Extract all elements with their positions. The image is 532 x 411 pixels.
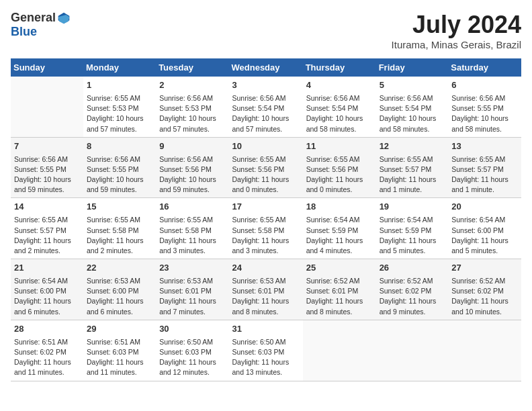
page-header: General Blue July 2024 Iturama, Minas Ge… <box>11 11 521 50</box>
day-info: Sunrise: 6:55 AMSunset: 5:56 PMDaylight:… <box>306 154 373 195</box>
calendar-cell: 23Sunrise: 6:53 AMSunset: 6:01 PMDayligh… <box>156 259 228 320</box>
header-day-friday: Friday <box>376 58 449 77</box>
day-number: 29 <box>87 323 152 336</box>
calendar-cell: 8Sunrise: 6:56 AMSunset: 5:55 PMDaylight… <box>83 137 156 198</box>
calendar-cell: 7Sunrise: 6:56 AMSunset: 5:55 PMDaylight… <box>11 137 83 198</box>
day-number: 6 <box>451 79 518 92</box>
day-number: 4 <box>306 79 373 92</box>
day-info: Sunrise: 6:51 AMSunset: 6:02 PMDaylight:… <box>14 337 80 378</box>
calendar-cell: 4Sunrise: 6:56 AMSunset: 5:54 PMDaylight… <box>303 77 376 137</box>
header-day-wednesday: Wednesday <box>229 58 303 77</box>
day-info: Sunrise: 6:54 AMSunset: 6:00 PMDaylight:… <box>451 215 518 256</box>
day-number: 8 <box>87 140 152 153</box>
header-day-sunday: Sunday <box>11 58 83 77</box>
day-number: 17 <box>232 201 300 214</box>
day-info: Sunrise: 6:52 AMSunset: 6:01 PMDaylight:… <box>306 276 373 317</box>
month-title: July 2024 <box>392 11 521 39</box>
day-number: 1 <box>87 79 152 92</box>
day-info: Sunrise: 6:55 AMSunset: 5:57 PMDaylight:… <box>14 215 80 256</box>
calendar-cell: 5Sunrise: 6:56 AMSunset: 5:54 PMDaylight… <box>376 77 449 137</box>
day-number: 11 <box>306 140 373 153</box>
calendar-cell: 26Sunrise: 6:52 AMSunset: 6:02 PMDayligh… <box>376 259 449 320</box>
day-number: 30 <box>159 323 225 336</box>
calendar-cell: 1Sunrise: 6:55 AMSunset: 5:53 PMDaylight… <box>83 77 156 137</box>
day-info: Sunrise: 6:54 AMSunset: 6:00 PMDaylight:… <box>14 276 80 317</box>
header-day-saturday: Saturday <box>448 58 521 77</box>
day-info: Sunrise: 6:56 AMSunset: 5:54 PMDaylight:… <box>232 93 300 134</box>
day-number: 25 <box>306 262 373 275</box>
calendar-cell: 11Sunrise: 6:55 AMSunset: 5:56 PMDayligh… <box>303 137 376 198</box>
location-subtitle: Iturama, Minas Gerais, Brazil <box>392 39 521 50</box>
day-number: 31 <box>232 323 300 336</box>
calendar-cell: 29Sunrise: 6:51 AMSunset: 6:03 PMDayligh… <box>83 320 156 381</box>
day-number: 2 <box>159 79 225 92</box>
calendar-cell <box>376 320 449 381</box>
logo-blue-text: Blue <box>11 25 37 38</box>
day-info: Sunrise: 6:54 AMSunset: 5:59 PMDaylight:… <box>380 215 445 256</box>
title-block: July 2024 Iturama, Minas Gerais, Brazil <box>392 11 521 50</box>
day-number: 23 <box>159 262 225 275</box>
calendar-cell: 22Sunrise: 6:53 AMSunset: 6:00 PMDayligh… <box>83 259 156 320</box>
day-info: Sunrise: 6:53 AMSunset: 6:01 PMDaylight:… <box>232 276 300 317</box>
header-day-thursday: Thursday <box>303 58 376 77</box>
day-info: Sunrise: 6:53 AMSunset: 6:01 PMDaylight:… <box>159 276 225 317</box>
day-number: 26 <box>380 262 445 275</box>
day-info: Sunrise: 6:56 AMSunset: 5:55 PMDaylight:… <box>87 154 152 195</box>
day-info: Sunrise: 6:56 AMSunset: 5:56 PMDaylight:… <box>159 154 225 195</box>
day-number: 16 <box>159 201 225 214</box>
day-number: 27 <box>451 262 518 275</box>
day-info: Sunrise: 6:54 AMSunset: 5:59 PMDaylight:… <box>306 215 373 256</box>
day-info: Sunrise: 6:52 AMSunset: 6:02 PMDaylight:… <box>380 276 445 317</box>
day-info: Sunrise: 6:55 AMSunset: 5:56 PMDaylight:… <box>232 154 300 195</box>
day-number: 14 <box>14 201 80 214</box>
header-day-monday: Monday <box>83 58 156 77</box>
day-info: Sunrise: 6:53 AMSunset: 6:00 PMDaylight:… <box>87 276 152 317</box>
calendar-cell: 16Sunrise: 6:55 AMSunset: 5:58 PMDayligh… <box>156 198 228 259</box>
week-row-5: 28Sunrise: 6:51 AMSunset: 6:02 PMDayligh… <box>11 320 521 381</box>
calendar-cell: 3Sunrise: 6:56 AMSunset: 5:54 PMDaylight… <box>229 77 303 137</box>
week-row-3: 14Sunrise: 6:55 AMSunset: 5:57 PMDayligh… <box>11 198 521 259</box>
header-day-tuesday: Tuesday <box>156 58 228 77</box>
week-row-2: 7Sunrise: 6:56 AMSunset: 5:55 PMDaylight… <box>11 137 521 198</box>
day-number: 28 <box>14 323 80 336</box>
day-number: 7 <box>14 140 80 153</box>
calendar-cell: 28Sunrise: 6:51 AMSunset: 6:02 PMDayligh… <box>11 320 83 381</box>
calendar-cell: 13Sunrise: 6:55 AMSunset: 5:57 PMDayligh… <box>448 137 521 198</box>
calendar-cell: 19Sunrise: 6:54 AMSunset: 5:59 PMDayligh… <box>376 198 449 259</box>
calendar-cell: 17Sunrise: 6:55 AMSunset: 5:58 PMDayligh… <box>229 198 303 259</box>
day-info: Sunrise: 6:56 AMSunset: 5:55 PMDaylight:… <box>451 93 518 134</box>
day-info: Sunrise: 6:50 AMSunset: 6:03 PMDaylight:… <box>232 337 300 378</box>
logo-icon <box>57 11 71 25</box>
logo: General Blue <box>11 11 71 39</box>
day-info: Sunrise: 6:55 AMSunset: 5:58 PMDaylight:… <box>232 215 300 256</box>
day-info: Sunrise: 6:56 AMSunset: 5:54 PMDaylight:… <box>306 93 373 134</box>
day-info: Sunrise: 6:52 AMSunset: 6:02 PMDaylight:… <box>451 276 518 317</box>
week-row-1: 1Sunrise: 6:55 AMSunset: 5:53 PMDaylight… <box>11 77 521 137</box>
calendar-cell <box>303 320 376 381</box>
calendar-cell: 20Sunrise: 6:54 AMSunset: 6:00 PMDayligh… <box>448 198 521 259</box>
day-number: 24 <box>232 262 300 275</box>
week-row-4: 21Sunrise: 6:54 AMSunset: 6:00 PMDayligh… <box>11 259 521 320</box>
day-info: Sunrise: 6:50 AMSunset: 6:03 PMDaylight:… <box>159 337 225 378</box>
day-info: Sunrise: 6:55 AMSunset: 5:57 PMDaylight:… <box>451 154 518 195</box>
calendar-cell: 31Sunrise: 6:50 AMSunset: 6:03 PMDayligh… <box>229 320 303 381</box>
day-number: 3 <box>232 79 300 92</box>
calendar-cell: 14Sunrise: 6:55 AMSunset: 5:57 PMDayligh… <box>11 198 83 259</box>
day-info: Sunrise: 6:55 AMSunset: 5:58 PMDaylight:… <box>159 215 225 256</box>
calendar-cell: 27Sunrise: 6:52 AMSunset: 6:02 PMDayligh… <box>448 259 521 320</box>
day-number: 20 <box>451 201 518 214</box>
day-number: 9 <box>159 140 225 153</box>
day-info: Sunrise: 6:51 AMSunset: 6:03 PMDaylight:… <box>87 337 152 378</box>
calendar-cell: 12Sunrise: 6:55 AMSunset: 5:57 PMDayligh… <box>376 137 449 198</box>
calendar-cell <box>448 320 521 381</box>
day-number: 19 <box>380 201 445 214</box>
calendar-cell: 15Sunrise: 6:55 AMSunset: 5:58 PMDayligh… <box>83 198 156 259</box>
calendar-cell: 21Sunrise: 6:54 AMSunset: 6:00 PMDayligh… <box>11 259 83 320</box>
calendar-cell: 24Sunrise: 6:53 AMSunset: 6:01 PMDayligh… <box>229 259 303 320</box>
day-info: Sunrise: 6:55 AMSunset: 5:53 PMDaylight:… <box>87 93 152 134</box>
day-number: 10 <box>232 140 300 153</box>
day-info: Sunrise: 6:56 AMSunset: 5:53 PMDaylight:… <box>159 93 225 134</box>
day-number: 15 <box>87 201 152 214</box>
day-info: Sunrise: 6:56 AMSunset: 5:55 PMDaylight:… <box>14 154 80 195</box>
calendar-cell: 10Sunrise: 6:55 AMSunset: 5:56 PMDayligh… <box>229 137 303 198</box>
